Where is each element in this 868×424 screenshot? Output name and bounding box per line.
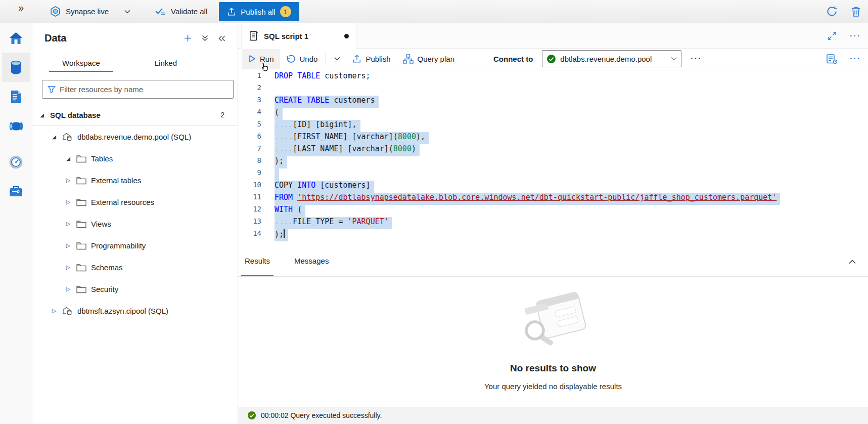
tree-item-sql-database[interactable]: ◢SQL database2 — [32, 104, 238, 126]
tree-item-external-resources[interactable]: ▷External resources — [32, 191, 238, 213]
selection-highlight: FILE_TYPE = 'PARQUET' — [275, 217, 392, 229]
collapse-all-icon[interactable] — [202, 35, 208, 41]
tab-messages[interactable]: Messages — [291, 247, 332, 276]
tree-item-label: External resources — [91, 198, 154, 206]
code-line-6[interactable]: [FIRST_NAME] [varchar](8000), — [275, 132, 868, 144]
pool-dropdown[interactable]: dbtlabs.revenue.demo.pool — [542, 50, 681, 67]
filter-box[interactable] — [42, 80, 234, 99]
editor-tab-row: SQL script 1 ··· — [238, 23, 868, 49]
home-icon — [9, 32, 23, 45]
collapsed-arrow-icon[interactable]: ▷ — [65, 286, 72, 292]
synapse-logo-icon — [50, 6, 61, 17]
expand-editor-icon[interactable] — [828, 31, 837, 40]
tree-item-dbtmsft-azsyn-cipool-sql[interactable]: ▷dbtmsft.azsyn.cipool (SQL) — [32, 300, 238, 322]
tab-linked[interactable]: Linked — [142, 55, 190, 72]
expanded-arrow-icon[interactable]: ◢ — [51, 134, 58, 140]
left-nav-rail — [0, 23, 32, 424]
script-settings-icon[interactable] — [826, 54, 838, 64]
publish-all-button[interactable]: Publish all 1 — [219, 2, 299, 21]
tree-item-tables[interactable]: ◢Tables — [32, 148, 238, 169]
nav-data[interactable] — [2, 53, 30, 82]
code-line-11[interactable]: FROM 'https://dbtlabsynapsedatalake.blob… — [275, 193, 868, 205]
line-number: 8 — [238, 156, 275, 168]
manage-icon — [9, 185, 23, 197]
synapse-studio-window: » Synapse live Validate all Publish all … — [0, 0, 868, 424]
pane-title: Data — [44, 32, 66, 44]
collapsed-arrow-icon[interactable]: ▷ — [65, 177, 72, 184]
collapsed-arrow-icon[interactable]: ▷ — [65, 221, 72, 227]
line-number: 3 — [238, 96, 275, 108]
folder-icon — [76, 220, 86, 228]
tree-item-label: SQL database — [50, 111, 101, 119]
tree-item-schemas[interactable]: ▷Schemas — [32, 257, 238, 278]
connect-more-icon[interactable]: ··· — [691, 54, 702, 63]
tree-item-external-tables[interactable]: ▷External tables — [32, 169, 238, 191]
folder-icon — [76, 285, 86, 293]
code-line-14[interactable]: ); — [275, 229, 868, 241]
undo-dropdown[interactable] — [328, 49, 346, 69]
run-button[interactable]: Run — [242, 49, 280, 69]
line-number: 2 — [238, 83, 275, 96]
collapsed-arrow-icon[interactable]: ▷ — [65, 242, 72, 249]
tree-item-label: Security — [91, 285, 118, 293]
code-editor[interactable]: 1234567891011121314 DROP TABLE customers… — [238, 69, 868, 246]
publish-button[interactable]: Publish — [346, 49, 396, 69]
line-number: 6 — [238, 132, 275, 144]
status-text: 00:00:02 Query executed successfully. — [261, 411, 382, 419]
code-line-8[interactable]: ); — [275, 156, 868, 168]
tree-item-label: Schemas — [91, 263, 123, 272]
collapse-pane-icon[interactable] — [218, 35, 225, 41]
code-line-13[interactable]: FILE_TYPE = 'PARQUET' — [275, 217, 868, 229]
nav-home[interactable] — [2, 23, 30, 53]
nav-integrate[interactable] — [2, 111, 30, 141]
folder-icon — [76, 177, 86, 185]
code-line-1[interactable]: DROP TABLE customers; — [275, 71, 868, 83]
code-line-3[interactable]: CREATE TABLE customers — [275, 96, 868, 108]
tab-sql-script-1[interactable]: SQL script 1 — [241, 23, 356, 49]
line-number: 9 — [238, 168, 275, 181]
filter-input[interactable] — [60, 85, 228, 94]
chevron-down-icon[interactable] — [124, 10, 130, 14]
top-bar: » Synapse live Validate all Publish all … — [0, 0, 868, 23]
add-resource-icon[interactable] — [184, 34, 192, 42]
selection-highlight: [FIRST_NAME] [varchar](8000), — [275, 132, 429, 144]
undo-button[interactable]: Undo — [280, 49, 324, 69]
tree-item-programmability[interactable]: ▷Programmability — [32, 235, 238, 257]
code-line-9[interactable] — [275, 168, 868, 181]
code-line-5[interactable]: [ID] [bigint], — [275, 120, 868, 132]
tree-item-dbtlabs-revenue-demo-pool-sql[interactable]: ◢dbtlabs.revenue.demo.pool (SQL) — [32, 126, 238, 148]
tree-item-label: dbtmsft.azsyn.cipool (SQL) — [77, 307, 168, 315]
discard-trash-icon[interactable] — [851, 6, 861, 17]
tab-more-icon[interactable]: ··· — [850, 31, 861, 40]
expanded-arrow-icon[interactable]: ◢ — [38, 112, 45, 118]
toolbar-more-icon[interactable]: ··· — [850, 54, 861, 63]
refresh-icon[interactable] — [826, 6, 838, 17]
code-line-2[interactable] — [275, 83, 868, 96]
code-line-12[interactable]: WITH ( — [275, 205, 868, 217]
toolbar-divider — [326, 53, 326, 64]
mode-label: Synapse live — [66, 7, 109, 16]
nav-manage[interactable] — [2, 177, 30, 206]
folder-icon — [76, 264, 86, 272]
tab-workspace[interactable]: Workspace — [49, 55, 113, 72]
code-line-10[interactable]: COPY INTO [customers] — [275, 181, 868, 193]
code-line-4[interactable]: ( — [275, 108, 868, 120]
validate-all-button[interactable]: Validate all — [155, 7, 207, 16]
expanded-arrow-icon[interactable]: ◢ — [65, 156, 72, 161]
upload-icon — [227, 7, 236, 16]
collapse-results-icon[interactable] — [849, 260, 856, 264]
folder-icon — [76, 198, 86, 206]
nav-monitor[interactable] — [2, 147, 30, 177]
query-plan-button[interactable]: Query plan — [397, 49, 461, 69]
tree-item-security[interactable]: ▷Security — [32, 278, 238, 300]
tree-item-views[interactable]: ▷Views — [32, 213, 238, 235]
code-line-7[interactable]: [LAST_NAME] [varchar](8000) — [275, 144, 868, 156]
mode-selector[interactable]: Synapse live — [50, 6, 130, 17]
collapsed-arrow-icon[interactable]: ▷ — [51, 308, 58, 314]
tab-results[interactable]: Results — [241, 247, 273, 276]
collapsed-arrow-icon[interactable]: ▷ — [65, 199, 72, 205]
expand-panel-icon[interactable]: » — [18, 2, 24, 14]
line-number: 1 — [238, 71, 275, 83]
nav-develop[interactable] — [2, 82, 30, 111]
collapsed-arrow-icon[interactable]: ▷ — [65, 264, 72, 271]
